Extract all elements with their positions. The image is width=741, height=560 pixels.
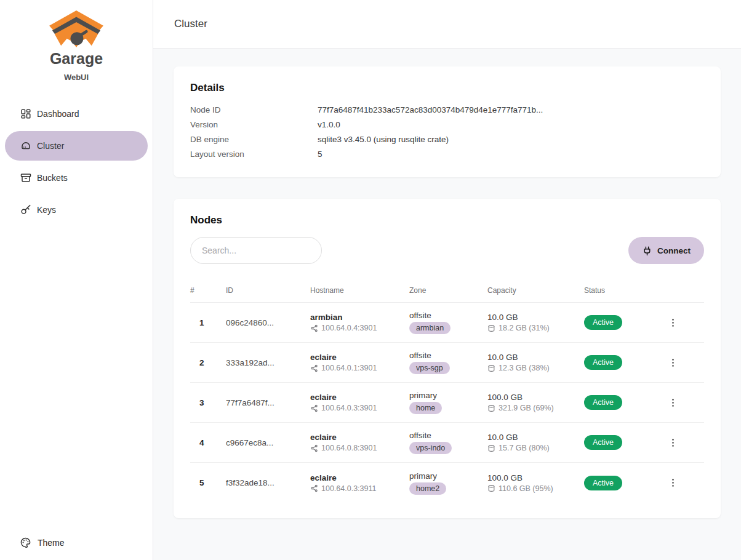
zone-badge: home2 [409,482,446,495]
row-menu-button[interactable] [663,353,682,372]
node-hostname: eclaire [310,393,409,402]
column-header: Capacity [487,286,584,295]
details-list: Node ID 77f7a6487f41b233ac572ac83d00374b… [190,103,704,162]
share-icon [310,364,318,372]
node-zone-cell: offsite armbian [409,311,487,334]
node-capacity-cell: 10.0 GB 15.7 GB (80%) [487,433,584,452]
node-actions-cell [655,393,704,412]
column-header: Zone [409,286,487,295]
keys-icon [20,204,31,215]
table-row: 5 f3f32ade18... eclaire 100.64.0.3:3911 [190,463,704,503]
node-id: f3f32ade18... [226,478,310,487]
node-capacity: 100.0 GB [487,473,584,482]
nodes-title: Nodes [190,214,704,226]
detail-value: v1.0.0 [318,118,340,132]
detail-row: DB engine sqlite3 v3.45.0 (using rusqlit… [190,132,704,147]
detail-label: Layout version [190,147,318,162]
zone-badge: home [409,402,442,414]
nodes-toolbar: Connect [190,237,704,264]
node-hostname-cell: armbian 100.64.0.4:3901 [310,313,409,332]
node-capacity: 10.0 GB [487,353,584,362]
nodes-card: Nodes Connect #IDHostnameZoneCapacitySta… [174,199,721,518]
sidebar: Garage WebUI Dashboard Cluster Buckets [0,0,153,560]
node-zone: offsite [409,351,487,360]
node-hostname-cell: eclaire 100.64.0.1:3901 [310,353,409,372]
node-hostname-cell: eclaire 100.64.0.3:3911 [310,473,409,493]
detail-value: sqlite3 v3.45.0 (using rusqlite crate) [318,132,449,147]
node-number: 3 [190,398,226,407]
node-hostname-cell: eclaire 100.64.0.3:3901 [310,393,409,412]
node-status-cell: Active [584,435,655,450]
status-badge: Active [584,476,622,490]
node-actions-cell [655,353,704,372]
details-title: Details [190,82,704,94]
main-area: Cluster Details Node ID 77f7a6487f41b233… [153,0,741,560]
node-hostname: eclaire [310,433,409,442]
detail-value: 77f7a6487f41b233ac572ac83d00374b479d4e1e… [318,103,543,118]
page-title: Cluster [174,18,207,30]
node-number: 4 [190,438,226,447]
more-vertical-icon [668,398,678,408]
row-menu-button[interactable] [663,474,682,492]
node-capacity-cell: 100.0 GB 110.6 GB (95%) [487,473,584,493]
sidebar-nav: Dashboard Cluster Buckets Keys [0,99,153,537]
node-actions-cell [655,313,704,332]
garage-logo [0,0,153,49]
zone-badge: vps-indo [409,442,452,454]
zone-badge: armbian [409,322,451,334]
node-address: 100.64.0.3:3901 [321,404,377,412]
sidebar-item[interactable]: Dashboard [5,99,148,129]
sidebar-item-label: Dashboard [37,109,79,119]
dashboard-icon [20,108,31,119]
node-hostname: eclaire [310,353,409,362]
node-status-cell: Active [584,476,655,490]
table-row: 4 c9667ec8a... eclaire 100.64.0.8:3901 [190,423,704,463]
node-status-cell: Active [584,395,655,410]
cluster-icon [20,140,31,151]
zone-badge: vps-sgp [409,362,450,374]
share-icon [310,444,318,452]
node-zone: primary [409,471,487,481]
node-address: 100.64.0.4:3901 [321,324,377,332]
node-capacity: 10.0 GB [487,433,584,442]
node-hostname: armbian [310,313,409,322]
node-id: 333a192ad... [226,358,310,367]
status-badge: Active [584,315,622,330]
node-usage: 321.9 GB (69%) [499,404,554,412]
detail-label: Node ID [190,103,318,118]
theme-button[interactable]: Theme [0,537,153,560]
row-menu-button[interactable] [663,393,682,412]
node-usage: 12.3 GB (38%) [499,364,550,372]
node-number: 1 [190,318,226,327]
nodes-table: #IDHostnameZoneCapacityStatus 1 096c2486… [190,278,704,503]
detail-label: Version [190,118,318,132]
sidebar-item-label: Cluster [37,141,64,151]
search-input[interactable] [190,237,322,264]
node-address: 100.64.0.8:3901 [321,444,377,452]
row-menu-button[interactable] [663,313,682,332]
node-address: 100.64.0.1:3901 [321,364,377,372]
node-id: 096c24860... [226,318,310,327]
drive-icon [487,364,495,372]
detail-value: 5 [318,147,322,162]
column-header: # [190,286,226,295]
drive-icon [487,404,495,412]
node-id: 77f7a6487f... [226,398,310,407]
table-row: 3 77f7a6487f... eclaire 100.64.0.3:3901 [190,383,704,423]
row-menu-button[interactable] [663,433,682,452]
sidebar-item[interactable]: Cluster [5,131,148,161]
sidebar-item-label: Buckets [37,173,68,183]
sidebar-item[interactable]: Buckets [5,163,148,193]
sidebar-item[interactable]: Keys [5,195,148,225]
node-capacity: 100.0 GB [487,393,584,402]
column-header: Status [584,286,655,295]
node-capacity-cell: 10.0 GB 18.2 GB (31%) [487,313,584,332]
buckets-icon [20,172,31,183]
detail-label: DB engine [190,132,318,147]
connect-label: Connect [657,246,691,255]
app-window: Garage WebUI Dashboard Cluster Buckets [0,0,741,560]
node-capacity: 10.0 GB [487,313,584,322]
connect-button[interactable]: Connect [628,237,704,264]
sidebar-item-label: Keys [37,205,56,215]
node-zone: offsite [409,431,487,440]
